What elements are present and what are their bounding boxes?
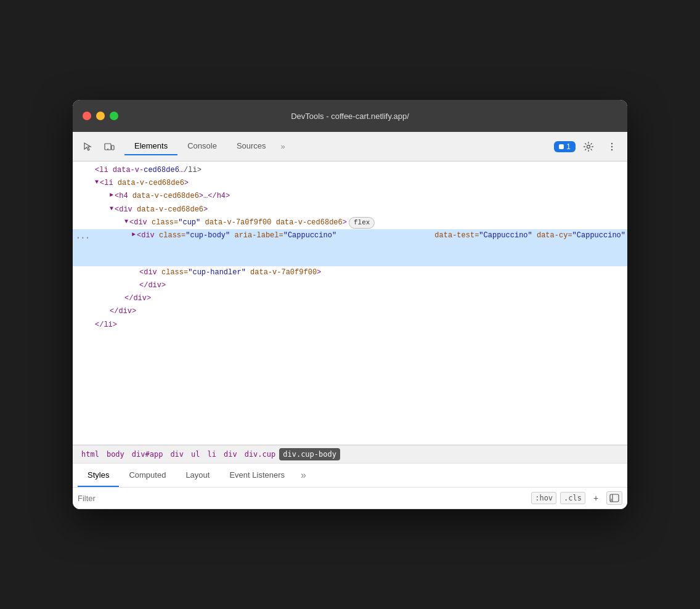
svg-point-3 [587, 145, 590, 148]
dom-line-close-2: </div> [73, 292, 627, 305]
filter-bar: :hov .cls + [73, 488, 627, 509]
dom-line-close-3: </div> [73, 305, 627, 318]
selection-dots: ··· [75, 231, 89, 247]
maximize-button[interactable] [110, 112, 118, 120]
breadcrumb-divapp[interactable]: div#app [128, 448, 167, 460]
tab-elements[interactable]: Elements [124, 137, 177, 155]
tab-sources[interactable]: Sources [227, 137, 276, 155]
devtools-window: DevTools - coffee-cart.netlify.app/ Elem… [73, 100, 627, 509]
breadcrumb-div1[interactable]: div [166, 448, 187, 460]
breadcrumb-body[interactable]: body [103, 448, 128, 460]
filter-input[interactable] [78, 494, 527, 503]
hov-button[interactable]: :hov [531, 492, 556, 504]
more-tabs-button[interactable]: » [276, 138, 290, 155]
window-title: DevTools - coffee-cart.netlify.app/ [291, 112, 409, 121]
dom-line-div-outer: ▼ <div data-v-ced68de6 > [73, 203, 627, 216]
svg-point-5 [611, 145, 612, 147]
svg-point-6 [611, 149, 612, 150]
dom-tree[interactable]: <li data-v-ced68de6…/li> ▼ <li data-v-ce… [73, 161, 627, 445]
dom-line-h4: ► <h4 data-v-ced68de6 > … </h4> [73, 190, 627, 203]
dom-line-top: <li data-v-ced68de6…/li> [73, 164, 627, 177]
toolbar-right: 1 [554, 136, 622, 157]
breadcrumb-ul[interactable]: ul [187, 448, 203, 460]
breadcrumb-li[interactable]: li [204, 448, 220, 460]
more-menu-icon[interactable] [601, 136, 622, 157]
svg-point-4 [611, 142, 612, 144]
tab-styles[interactable]: Styles [78, 464, 119, 487]
styles-more-tabs[interactable]: » [297, 464, 310, 487]
device-toggle-icon[interactable] [99, 136, 120, 157]
dom-line-close-1: </div> [73, 279, 627, 292]
notification-count: 1 [566, 142, 571, 151]
titlebar: DevTools - coffee-cart.netlify.app/ [73, 100, 627, 132]
breadcrumb-divcupbody[interactable]: div.cup-body [279, 448, 340, 460]
triangle-div-cup-body[interactable]: ► [132, 230, 136, 240]
add-style-icon[interactable]: + [589, 491, 603, 505]
main-tabs: Elements Console Sources » [124, 137, 554, 155]
tab-layout[interactable]: Layout [176, 464, 219, 487]
minimize-button[interactable] [96, 112, 105, 120]
triangle-div-cup[interactable]: ▼ [124, 217, 128, 227]
panel-toggle-icon[interactable] [606, 491, 622, 505]
dom-line-li: ▼ <li data-v-ced68de6 > [73, 177, 627, 190]
dom-line-div-cup-body[interactable]: ··· ► <div class="cup-body" aria-label="… [73, 229, 627, 266]
dom-line-close-li: </li> [73, 319, 627, 332]
breadcrumb-bar: html body div#app div ul li div div.cup … [73, 445, 627, 464]
breadcrumb-div2[interactable]: div [220, 448, 241, 460]
styles-panel: Styles Computed Layout Event Listeners »… [73, 464, 627, 509]
cls-button[interactable]: .cls [560, 492, 585, 504]
flex-badge-cup[interactable]: flex [349, 217, 375, 229]
svg-rect-1 [112, 145, 114, 150]
triangle-li[interactable]: ▼ [95, 178, 99, 187]
breadcrumb-html[interactable]: html [78, 448, 103, 460]
tab-console[interactable]: Console [177, 137, 227, 155]
triangle-h4[interactable]: ► [110, 190, 113, 200]
breadcrumb-divcup[interactable]: div.cup [241, 448, 280, 460]
chat-icon [559, 144, 564, 149]
settings-icon[interactable] [578, 136, 599, 157]
notification-badge[interactable]: 1 [554, 141, 576, 152]
svg-point-2 [107, 149, 108, 150]
triangle-div-outer[interactable]: ▼ [110, 204, 113, 214]
tab-computed[interactable]: Computed [119, 464, 176, 487]
close-button[interactable] [83, 112, 91, 120]
inspect-icon[interactable] [78, 136, 99, 157]
toolbar: Elements Console Sources » 1 [73, 132, 627, 161]
tab-event-listeners[interactable]: Event Listeners [219, 464, 295, 487]
styles-tabs: Styles Computed Layout Event Listeners » [73, 464, 627, 488]
dom-line-div-cup-handler: <div class="cup-handler" data-v-7a0f9f00… [73, 266, 627, 279]
dom-line-div-cup: ▼ <div class="cup" data-v-7a0f9f00 data-… [73, 216, 627, 230]
